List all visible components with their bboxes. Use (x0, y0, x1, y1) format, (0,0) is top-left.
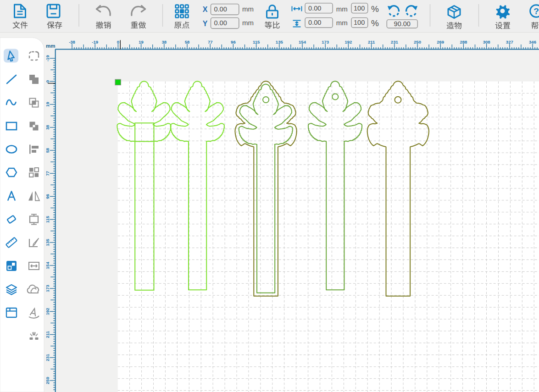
svg-text:%: % (371, 4, 379, 14)
svg-text:100: 100 (354, 19, 365, 26)
svg-text:19: 19 (45, 102, 50, 107)
svg-text:Y: Y (203, 20, 208, 28)
svg-text:mm: mm (336, 19, 348, 27)
svg-text:96: 96 (231, 39, 236, 44)
svg-text:346: 346 (529, 39, 536, 44)
svg-text:269: 269 (437, 39, 444, 44)
svg-text:288: 288 (460, 39, 467, 44)
svg-text:0.00: 0.00 (308, 5, 321, 12)
svg-text:231: 231 (391, 39, 399, 44)
svg-text:77: 77 (208, 39, 213, 44)
svg-text:100: 100 (354, 5, 365, 12)
svg-text:135: 135 (276, 39, 283, 44)
svg-text:0.00: 0.00 (214, 6, 227, 13)
svg-text:96: 96 (45, 194, 50, 199)
svg-text:192: 192 (345, 39, 352, 44)
svg-text:308: 308 (483, 39, 490, 44)
svg-text:154: 154 (45, 261, 50, 269)
svg-text:211: 211 (45, 331, 50, 338)
svg-text:mm: mm (242, 19, 254, 27)
svg-text:X: X (203, 6, 208, 13)
svg-text:115: 115 (45, 215, 50, 223)
svg-text:211: 211 (368, 39, 375, 44)
svg-text:0.00: 0.00 (308, 19, 321, 26)
svg-text:250: 250 (414, 39, 421, 44)
svg-text:231: 231 (45, 353, 50, 361)
svg-text:90.00: 90.00 (394, 20, 411, 28)
svg-text:38: 38 (45, 125, 50, 130)
svg-text:250: 250 (45, 377, 50, 384)
svg-text:173: 173 (45, 285, 50, 292)
svg-text:38: 38 (162, 39, 167, 44)
svg-text:19: 19 (139, 39, 144, 44)
svg-text:327: 327 (506, 39, 513, 44)
svg-text:?: ? (533, 6, 539, 16)
svg-text:%: % (371, 18, 379, 28)
svg-text:-19: -19 (92, 39, 98, 44)
svg-text:-19: -19 (45, 55, 50, 61)
svg-text:0.00: 0.00 (214, 19, 227, 27)
svg-text:173: 173 (322, 39, 329, 44)
svg-text:58: 58 (185, 39, 190, 44)
svg-text:115: 115 (253, 39, 260, 44)
svg-text:58: 58 (45, 148, 50, 153)
svg-text:154: 154 (299, 39, 306, 44)
svg-text:77: 77 (45, 171, 50, 176)
svg-text:192: 192 (45, 308, 50, 315)
svg-text:mm: mm (242, 5, 254, 13)
svg-text:mm: mm (46, 43, 55, 49)
svg-text:0: 0 (45, 80, 50, 83)
svg-text:-38: -38 (69, 39, 75, 44)
svg-text:135: 135 (45, 238, 50, 246)
svg-text:mm: mm (336, 5, 348, 13)
svg-text:0: 0 (117, 39, 119, 44)
